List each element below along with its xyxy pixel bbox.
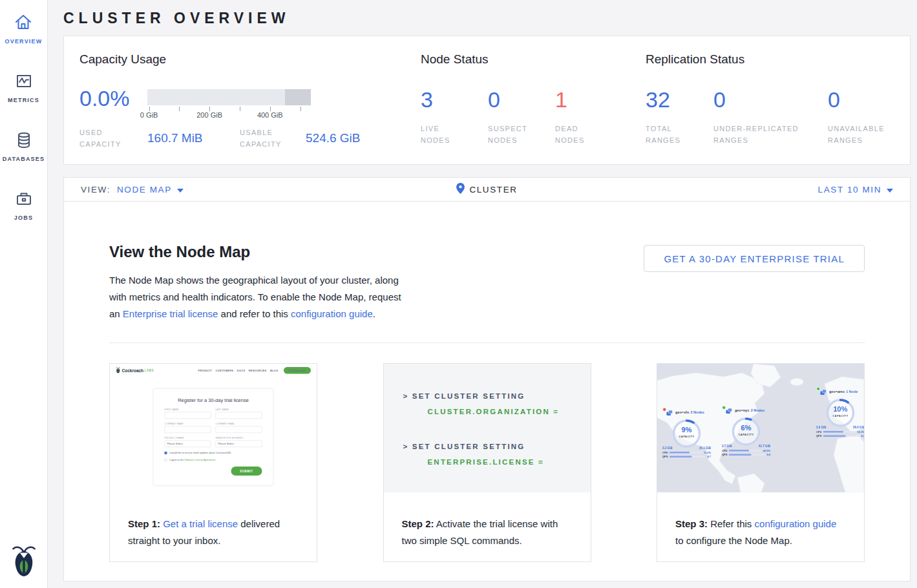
view-selector-dropdown[interactable]: NODE MAP xyxy=(117,185,184,194)
mini-site-submit-button: SUBMIT xyxy=(231,467,262,476)
mini-site-input xyxy=(165,426,211,434)
qps-value: 8.8 xyxy=(766,454,770,457)
sidebar-item-label: JOBS xyxy=(14,215,33,221)
mini-site-select: Please Select xyxy=(216,441,262,448)
enterprise-trial-button[interactable]: GET A 30-DAY ENTERPRISE TRIAL xyxy=(644,245,865,272)
step3-caption: Step 3: Refer this configuration guide t… xyxy=(657,492,864,549)
mini-site-input xyxy=(216,412,262,419)
suspect-nodes-label: SUSPECT NODES xyxy=(488,123,555,146)
mini-site-nav: PRODUCT CUSTOMERS DOCS RESOURCES BLOG DO… xyxy=(198,367,311,374)
sidebar-item-jobs[interactable]: JOBS xyxy=(14,189,34,221)
replication-status-section: Replication Status 32 TOTAL RANGES 0 UND… xyxy=(646,52,910,164)
description-text: . xyxy=(373,308,375,319)
get-trial-license-link[interactable]: Get a trial license xyxy=(163,518,238,529)
locality-name: geo=ams xyxy=(829,390,845,394)
sidebar-item-label: DATABASES xyxy=(3,156,45,162)
description-text: and refer to this xyxy=(218,308,291,319)
node-map-description: The Node Map shows the geographical layo… xyxy=(109,272,414,322)
node-cluster-icon xyxy=(819,388,827,396)
node-status-title: Node Status xyxy=(421,52,646,67)
dead-nodes-value: 1 xyxy=(555,90,622,109)
step3-label: Step 3: xyxy=(675,518,708,529)
capacity-bar-chart: 0 GiB 200 GiB 400 GiB xyxy=(147,89,311,121)
mini-site-logo: Cockroach LABS xyxy=(116,367,154,373)
sidebar-item-overview[interactable]: OVERVIEW xyxy=(5,13,43,45)
node-map-panel: View the Node Map The Node Map shows the… xyxy=(63,202,911,582)
qps-label: QPS xyxy=(722,454,727,457)
configuration-guide-link[interactable]: configuration guide xyxy=(291,308,373,319)
step3-map-screenshot: geo=sfo 2 Nodes 9% xyxy=(657,364,864,492)
cpu-label: CPU xyxy=(722,449,727,452)
node-status-section: Node Status 3 LIVE NODES 0 SUSPECT NODES… xyxy=(421,52,646,164)
dead-nodes-stat: 1 DEAD NODES xyxy=(555,90,622,146)
cpu-value: 11.0% xyxy=(704,451,711,454)
home-icon xyxy=(14,13,33,32)
suspect-nodes-value: 0 xyxy=(488,90,555,109)
mini-site-nav-item: CUSTOMERS xyxy=(216,369,234,372)
cluster-breadcrumb-label: CLUSTER xyxy=(469,185,517,194)
qps-value: 4.4 xyxy=(861,435,864,438)
axis-label: 400 GiB xyxy=(257,111,283,119)
sql-setting-name: ENTERPRISE.LICENSE = xyxy=(428,458,591,466)
sidebar-item-databases[interactable]: DATABASES xyxy=(3,131,45,162)
cockroach-logo xyxy=(11,544,37,580)
live-nodes-value: 3 xyxy=(421,90,488,109)
axis-label: 200 GiB xyxy=(196,111,222,119)
capacity-percent: 9% xyxy=(671,426,702,434)
time-range-value: LAST 10 MIN xyxy=(818,185,881,194)
configuration-guide-link[interactable]: configuration guide xyxy=(755,518,837,529)
suspect-nodes-stat: 0 SUSPECT NODES xyxy=(488,90,555,146)
view-bar: VIEW: NODE MAP CLUSTER LAST 10 MIN xyxy=(63,177,911,202)
live-nodes-stat: 3 LIVE NODES xyxy=(421,90,488,146)
node-map-marker-nyc: geo=nyc 2 Nodes 6% xyxy=(722,407,770,456)
replication-status-title: Replication Status xyxy=(646,52,910,67)
cluster-breadcrumb: CLUSTER xyxy=(64,183,910,196)
under-replicated-ranges-stat: 0 UNDER-REPLICATED RANGES xyxy=(713,90,828,146)
mini-site-checkbox-checked xyxy=(165,452,167,454)
total-ranges-value: 32 xyxy=(646,90,713,109)
step2-code-block: > SET CLUSTER SETTING CLUSTER.ORGANIZATI… xyxy=(384,364,591,492)
sql-command: > SET CLUSTER SETTING xyxy=(403,443,591,450)
sidebar-item-metrics[interactable]: METRICS xyxy=(8,72,39,103)
capacity-percent: 10% xyxy=(825,405,856,414)
qps-label: QPS xyxy=(816,435,821,438)
mini-site-field-label: LAST NAME xyxy=(216,408,262,411)
chevron-down-icon xyxy=(887,185,893,194)
cpu-value: 42.5% xyxy=(763,449,770,452)
sidebar-item-label: OVERVIEW xyxy=(5,38,43,45)
step3-card: geo=sfo 2 Nodes 9% xyxy=(657,363,865,562)
mini-site-field-label: FIRST NAME xyxy=(165,408,211,411)
sql-command: > SET CLUSTER SETTING xyxy=(403,392,591,400)
qps-label: QPS xyxy=(662,456,668,459)
mini-site-register-form: Register for a 30-day trial license FIRS… xyxy=(153,388,273,486)
unavailable-ranges-value: 0 xyxy=(828,90,905,109)
mini-site-nav-item: BLOG xyxy=(270,369,279,372)
node-cluster-icon xyxy=(725,407,733,415)
mini-site-field-label: COMPANY NAME xyxy=(165,423,211,425)
main-content: CLUSTER OVERVIEW Capacity Usage 0.0% 0 G… xyxy=(48,0,917,588)
enterprise-trial-license-link[interactable]: Enterprise trial license xyxy=(123,308,218,319)
mini-site-nav-item: PRODUCT xyxy=(198,369,213,372)
qps-value: 4.7 xyxy=(707,456,711,459)
status-dot-green xyxy=(816,387,821,392)
node-cluster-icon xyxy=(666,409,673,417)
mini-site-nav-item: DOCS xyxy=(237,369,246,372)
dead-nodes-label: DEAD NODES xyxy=(555,123,622,146)
locality-node-count: 2 Nodes xyxy=(690,410,704,414)
step1-card: Cockroach LABS PRODUCT CUSTOMERS DOCS RE… xyxy=(109,363,317,562)
page-title: CLUSTER OVERVIEW xyxy=(63,10,917,27)
location-pin-icon xyxy=(456,183,469,196)
capacity-axis-ticks xyxy=(147,105,311,111)
capacity-gauge-label: CAPACITY xyxy=(671,435,702,438)
capacity-gauge: 9% CAPACITY xyxy=(671,418,702,449)
mini-site-license-link: Software License Agreement. xyxy=(184,459,216,462)
locality-name: geo=sfo xyxy=(675,410,689,414)
section-divider xyxy=(109,342,865,343)
mini-site-input xyxy=(165,412,211,419)
metrics-icon xyxy=(14,72,34,91)
mini-site-field-label: PROJECT PHASE xyxy=(165,437,211,439)
step3-text: Refer this xyxy=(708,518,755,529)
mini-site-field-label: REASON FOR INTEREST xyxy=(216,437,262,439)
time-range-dropdown[interactable]: LAST 10 MIN xyxy=(818,185,893,194)
cpu-value: 52.3% xyxy=(858,430,864,434)
